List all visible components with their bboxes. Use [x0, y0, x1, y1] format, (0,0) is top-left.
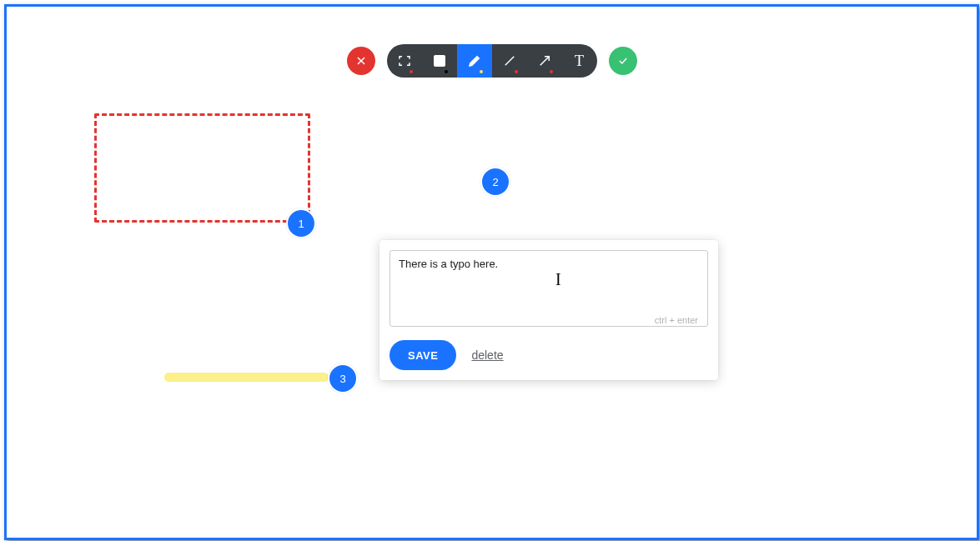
pin-number: 2: [492, 176, 498, 188]
comment-pin-2[interactable]: 2: [480, 167, 510, 197]
delete-link[interactable]: delete: [471, 348, 503, 362]
comment-textarea[interactable]: [389, 250, 708, 327]
save-button[interactable]: SAVE: [389, 340, 456, 370]
comment-pin-1[interactable]: 1: [286, 208, 316, 238]
annotation-canvas[interactable]: 1 2 3 ctrl + enter SAVE delete I: [7, 7, 977, 538]
freehand-highlight-annotation[interactable]: [164, 373, 329, 382]
pin-number: 3: [339, 373, 345, 385]
pin-number: 1: [298, 218, 304, 230]
comment-pin-3[interactable]: 3: [328, 363, 358, 393]
comment-popover: ctrl + enter SAVE delete: [379, 240, 718, 380]
dashed-rectangle-annotation[interactable]: [94, 113, 310, 223]
comment-actions: SAVE delete: [389, 340, 708, 370]
annotated-frame: T 1 2 3 ctrl + enter SAVE delete I: [4, 4, 979, 540]
